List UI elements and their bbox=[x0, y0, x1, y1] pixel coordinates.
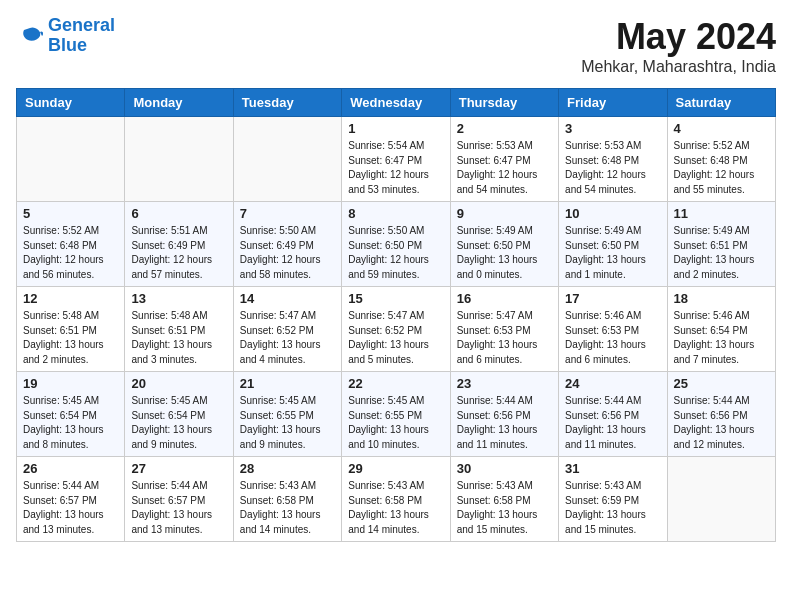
day-number: 16 bbox=[457, 291, 552, 306]
day-number: 31 bbox=[565, 461, 660, 476]
day-number: 28 bbox=[240, 461, 335, 476]
cell-info: Sunrise: 5:51 AM Sunset: 6:49 PM Dayligh… bbox=[131, 224, 226, 282]
calendar-cell bbox=[125, 117, 233, 202]
cell-info: Sunrise: 5:43 AM Sunset: 6:58 PM Dayligh… bbox=[240, 479, 335, 537]
calendar-cell: 20Sunrise: 5:45 AM Sunset: 6:54 PM Dayli… bbox=[125, 372, 233, 457]
logo-text: GeneralBlue bbox=[48, 16, 115, 56]
cell-info: Sunrise: 5:45 AM Sunset: 6:55 PM Dayligh… bbox=[348, 394, 443, 452]
logo: GeneralBlue bbox=[16, 16, 115, 56]
col-saturday: Saturday bbox=[667, 89, 775, 117]
cell-info: Sunrise: 5:43 AM Sunset: 6:58 PM Dayligh… bbox=[457, 479, 552, 537]
calendar-cell: 12Sunrise: 5:48 AM Sunset: 6:51 PM Dayli… bbox=[17, 287, 125, 372]
day-number: 11 bbox=[674, 206, 769, 221]
calendar-cell: 25Sunrise: 5:44 AM Sunset: 6:56 PM Dayli… bbox=[667, 372, 775, 457]
calendar-cell bbox=[667, 457, 775, 542]
calendar-body: 1Sunrise: 5:54 AM Sunset: 6:47 PM Daylig… bbox=[17, 117, 776, 542]
calendar-cell: 19Sunrise: 5:45 AM Sunset: 6:54 PM Dayli… bbox=[17, 372, 125, 457]
title-block: May 2024 Mehkar, Maharashtra, India bbox=[581, 16, 776, 76]
calendar-cell: 31Sunrise: 5:43 AM Sunset: 6:59 PM Dayli… bbox=[559, 457, 667, 542]
calendar-cell: 2Sunrise: 5:53 AM Sunset: 6:47 PM Daylig… bbox=[450, 117, 558, 202]
calendar-cell: 18Sunrise: 5:46 AM Sunset: 6:54 PM Dayli… bbox=[667, 287, 775, 372]
col-sunday: Sunday bbox=[17, 89, 125, 117]
calendar-week-row: 5Sunrise: 5:52 AM Sunset: 6:48 PM Daylig… bbox=[17, 202, 776, 287]
calendar-cell bbox=[233, 117, 341, 202]
calendar-week-row: 19Sunrise: 5:45 AM Sunset: 6:54 PM Dayli… bbox=[17, 372, 776, 457]
calendar-cell: 13Sunrise: 5:48 AM Sunset: 6:51 PM Dayli… bbox=[125, 287, 233, 372]
cell-info: Sunrise: 5:43 AM Sunset: 6:59 PM Dayligh… bbox=[565, 479, 660, 537]
calendar-cell: 7Sunrise: 5:50 AM Sunset: 6:49 PM Daylig… bbox=[233, 202, 341, 287]
calendar-cell: 8Sunrise: 5:50 AM Sunset: 6:50 PM Daylig… bbox=[342, 202, 450, 287]
cell-info: Sunrise: 5:43 AM Sunset: 6:58 PM Dayligh… bbox=[348, 479, 443, 537]
day-number: 23 bbox=[457, 376, 552, 391]
day-number: 9 bbox=[457, 206, 552, 221]
cell-info: Sunrise: 5:48 AM Sunset: 6:51 PM Dayligh… bbox=[23, 309, 118, 367]
calendar-table: Sunday Monday Tuesday Wednesday Thursday… bbox=[16, 88, 776, 542]
col-monday: Monday bbox=[125, 89, 233, 117]
day-number: 13 bbox=[131, 291, 226, 306]
cell-info: Sunrise: 5:54 AM Sunset: 6:47 PM Dayligh… bbox=[348, 139, 443, 197]
calendar-cell: 30Sunrise: 5:43 AM Sunset: 6:58 PM Dayli… bbox=[450, 457, 558, 542]
calendar-week-row: 12Sunrise: 5:48 AM Sunset: 6:51 PM Dayli… bbox=[17, 287, 776, 372]
col-wednesday: Wednesday bbox=[342, 89, 450, 117]
day-number: 27 bbox=[131, 461, 226, 476]
calendar-cell: 9Sunrise: 5:49 AM Sunset: 6:50 PM Daylig… bbox=[450, 202, 558, 287]
cell-info: Sunrise: 5:45 AM Sunset: 6:54 PM Dayligh… bbox=[131, 394, 226, 452]
calendar-cell: 26Sunrise: 5:44 AM Sunset: 6:57 PM Dayli… bbox=[17, 457, 125, 542]
cell-info: Sunrise: 5:46 AM Sunset: 6:54 PM Dayligh… bbox=[674, 309, 769, 367]
calendar-cell: 10Sunrise: 5:49 AM Sunset: 6:50 PM Dayli… bbox=[559, 202, 667, 287]
cell-info: Sunrise: 5:48 AM Sunset: 6:51 PM Dayligh… bbox=[131, 309, 226, 367]
cell-info: Sunrise: 5:44 AM Sunset: 6:57 PM Dayligh… bbox=[131, 479, 226, 537]
col-tuesday: Tuesday bbox=[233, 89, 341, 117]
cell-info: Sunrise: 5:47 AM Sunset: 6:53 PM Dayligh… bbox=[457, 309, 552, 367]
cell-info: Sunrise: 5:50 AM Sunset: 6:50 PM Dayligh… bbox=[348, 224, 443, 282]
month-title: May 2024 bbox=[581, 16, 776, 58]
cell-info: Sunrise: 5:46 AM Sunset: 6:53 PM Dayligh… bbox=[565, 309, 660, 367]
day-number: 6 bbox=[131, 206, 226, 221]
calendar-cell: 3Sunrise: 5:53 AM Sunset: 6:48 PM Daylig… bbox=[559, 117, 667, 202]
day-number: 25 bbox=[674, 376, 769, 391]
day-number: 21 bbox=[240, 376, 335, 391]
calendar-week-row: 1Sunrise: 5:54 AM Sunset: 6:47 PM Daylig… bbox=[17, 117, 776, 202]
day-number: 10 bbox=[565, 206, 660, 221]
calendar-cell: 5Sunrise: 5:52 AM Sunset: 6:48 PM Daylig… bbox=[17, 202, 125, 287]
day-number: 7 bbox=[240, 206, 335, 221]
day-number: 17 bbox=[565, 291, 660, 306]
cell-info: Sunrise: 5:47 AM Sunset: 6:52 PM Dayligh… bbox=[348, 309, 443, 367]
calendar-cell: 27Sunrise: 5:44 AM Sunset: 6:57 PM Dayli… bbox=[125, 457, 233, 542]
calendar-cell: 15Sunrise: 5:47 AM Sunset: 6:52 PM Dayli… bbox=[342, 287, 450, 372]
day-number: 30 bbox=[457, 461, 552, 476]
calendar-cell: 28Sunrise: 5:43 AM Sunset: 6:58 PM Dayli… bbox=[233, 457, 341, 542]
calendar-cell: 17Sunrise: 5:46 AM Sunset: 6:53 PM Dayli… bbox=[559, 287, 667, 372]
calendar-cell: 14Sunrise: 5:47 AM Sunset: 6:52 PM Dayli… bbox=[233, 287, 341, 372]
cell-info: Sunrise: 5:45 AM Sunset: 6:54 PM Dayligh… bbox=[23, 394, 118, 452]
cell-info: Sunrise: 5:44 AM Sunset: 6:56 PM Dayligh… bbox=[674, 394, 769, 452]
calendar-cell: 11Sunrise: 5:49 AM Sunset: 6:51 PM Dayli… bbox=[667, 202, 775, 287]
calendar-cell: 1Sunrise: 5:54 AM Sunset: 6:47 PM Daylig… bbox=[342, 117, 450, 202]
day-number: 20 bbox=[131, 376, 226, 391]
header-row: Sunday Monday Tuesday Wednesday Thursday… bbox=[17, 89, 776, 117]
cell-info: Sunrise: 5:49 AM Sunset: 6:50 PM Dayligh… bbox=[457, 224, 552, 282]
day-number: 18 bbox=[674, 291, 769, 306]
day-number: 12 bbox=[23, 291, 118, 306]
day-number: 8 bbox=[348, 206, 443, 221]
day-number: 1 bbox=[348, 121, 443, 136]
cell-info: Sunrise: 5:49 AM Sunset: 6:50 PM Dayligh… bbox=[565, 224, 660, 282]
cell-info: Sunrise: 5:53 AM Sunset: 6:48 PM Dayligh… bbox=[565, 139, 660, 197]
logo-icon bbox=[16, 24, 44, 48]
day-number: 5 bbox=[23, 206, 118, 221]
cell-info: Sunrise: 5:47 AM Sunset: 6:52 PM Dayligh… bbox=[240, 309, 335, 367]
day-number: 2 bbox=[457, 121, 552, 136]
day-number: 26 bbox=[23, 461, 118, 476]
day-number: 29 bbox=[348, 461, 443, 476]
cell-info: Sunrise: 5:45 AM Sunset: 6:55 PM Dayligh… bbox=[240, 394, 335, 452]
day-number: 4 bbox=[674, 121, 769, 136]
calendar-cell: 22Sunrise: 5:45 AM Sunset: 6:55 PM Dayli… bbox=[342, 372, 450, 457]
day-number: 14 bbox=[240, 291, 335, 306]
col-friday: Friday bbox=[559, 89, 667, 117]
cell-info: Sunrise: 5:44 AM Sunset: 6:56 PM Dayligh… bbox=[457, 394, 552, 452]
location-title: Mehkar, Maharashtra, India bbox=[581, 58, 776, 76]
day-number: 3 bbox=[565, 121, 660, 136]
col-thursday: Thursday bbox=[450, 89, 558, 117]
day-number: 15 bbox=[348, 291, 443, 306]
calendar-header: Sunday Monday Tuesday Wednesday Thursday… bbox=[17, 89, 776, 117]
